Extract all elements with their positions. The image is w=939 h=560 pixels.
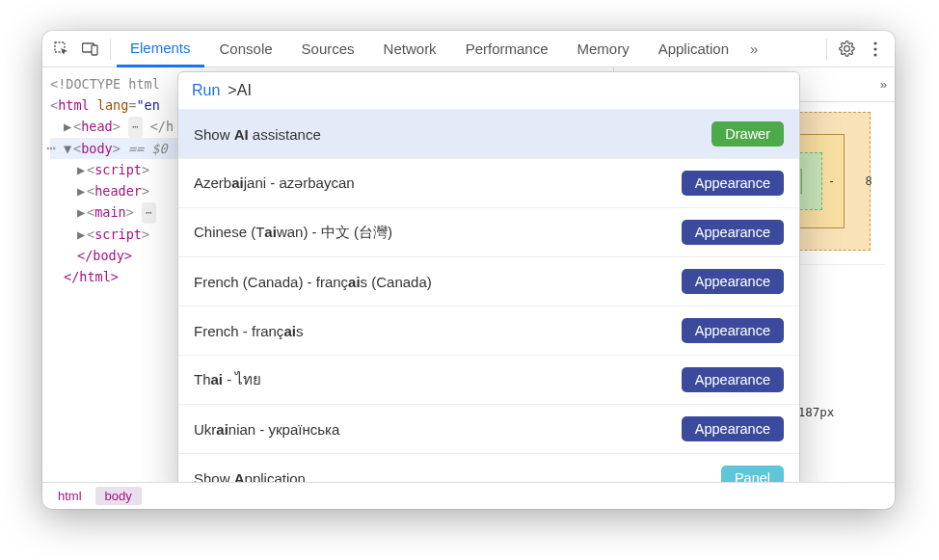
html-close-tag: </html> (64, 269, 119, 284)
body-tag[interactable]: body (81, 141, 113, 156)
category-badge: Drawer (711, 121, 784, 147)
svg-rect-2 (92, 45, 97, 55)
styles-tabs-overflow-icon[interactable]: » (880, 77, 887, 92)
category-badge: Appearance (682, 416, 784, 441)
palette-item[interactable]: Chinese (Taiwan) - 中文 (台灣) Appearance (178, 207, 799, 256)
palette-item[interactable]: Azerbaijani - azərbaycan Appearance (178, 158, 799, 207)
main-tag[interactable]: main (94, 204, 126, 220)
box-model-dash: - (830, 174, 834, 188)
palette-input[interactable] (228, 82, 786, 99)
toolbar-separator (826, 39, 827, 60)
script-tag[interactable]: script (94, 162, 142, 177)
palette-item[interactable]: French - français Appearance (178, 306, 799, 355)
doctype-text: <!DOCTYPE html (50, 76, 160, 92)
tabs-overflow-icon[interactable]: » (744, 40, 764, 57)
category-badge: Appearance (682, 171, 784, 196)
palette-item[interactable]: Show AI assistance Drawer (178, 109, 799, 158)
category-badge: Appearance (682, 220, 784, 245)
head-tag[interactable]: head (81, 119, 113, 134)
script-tag[interactable]: script (94, 227, 142, 242)
svg-point-4 (873, 47, 876, 50)
palette-results: Show AI assistance Drawer Azerbaijani - … (178, 109, 799, 482)
inspect-icon[interactable] (48, 36, 75, 63)
tab-sources[interactable]: Sources (288, 31, 368, 67)
command-palette: Run Show AI assistance Drawer Azerbaijan… (177, 71, 800, 482)
category-badge: Appearance (682, 367, 784, 392)
tab-elements[interactable]: Elements (117, 31, 204, 67)
category-badge: Panel (721, 466, 784, 482)
palette-prefix: Run (192, 82, 220, 99)
device-toolbar-icon[interactable] (77, 36, 104, 63)
body-close-tag: </body> (77, 248, 132, 263)
box-model-right-value: 8 (866, 174, 872, 188)
palette-item[interactable]: Show Application Panel (178, 453, 799, 482)
html-tag: html (58, 97, 90, 113)
tab-performance[interactable]: Performance (452, 31, 562, 67)
breadcrumb-html[interactable]: html (48, 487, 92, 505)
breadcrumbs: html body (42, 482, 895, 509)
category-badge: Appearance (682, 318, 784, 343)
palette-item[interactable]: French (Canada) - français (Canada) Appe… (178, 256, 799, 306)
category-badge: Appearance (682, 269, 784, 294)
more-icon[interactable] (862, 36, 889, 63)
selected-eq0: == $0 (121, 141, 168, 156)
svg-point-5 (873, 53, 876, 56)
row-actions-icon[interactable]: ⋯ (46, 138, 57, 159)
toolbar-separator (110, 39, 111, 60)
palette-item[interactable]: Ukrainian - українська Appearance (178, 404, 799, 453)
tab-memory[interactable]: Memory (564, 31, 643, 67)
header-tag[interactable]: header (94, 183, 142, 199)
tab-application[interactable]: Application (645, 31, 742, 67)
svg-point-3 (873, 41, 876, 44)
palette-item[interactable]: Thai - ไทย Appearance (178, 355, 799, 404)
settings-icon[interactable] (833, 36, 860, 63)
tab-console[interactable]: Console (206, 31, 286, 67)
devtools-toolbar: Elements Console Sources Network Perform… (42, 31, 895, 67)
breadcrumb-body[interactable]: body (95, 487, 142, 505)
tab-network[interactable]: Network (370, 31, 450, 67)
devtools-main: <!DOCTYPE html <html lang="en ▶<head> ⋯ … (42, 67, 895, 482)
ellipsis-icon[interactable]: ⋯ (128, 117, 143, 138)
ellipsis-icon[interactable]: ⋯ (142, 202, 156, 224)
devtools-window: Elements Console Sources Network Perform… (42, 31, 895, 509)
